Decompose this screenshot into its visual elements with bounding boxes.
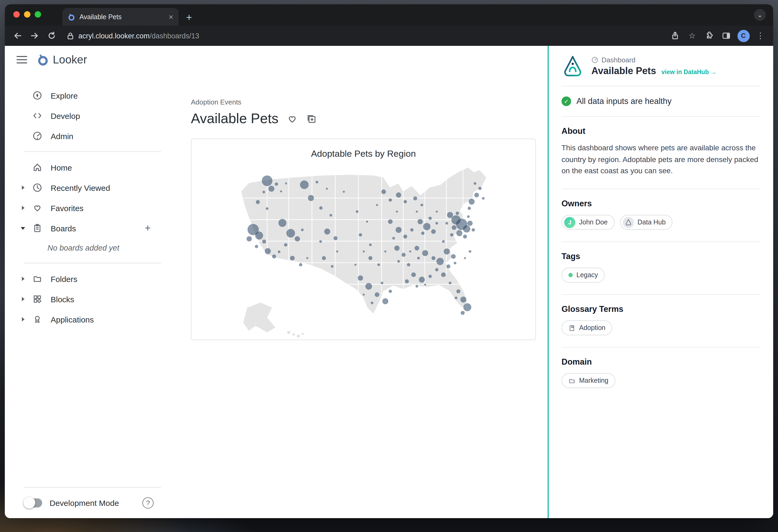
development-mode-toggle[interactable]: [24, 499, 42, 508]
map-bubble[interactable]: [329, 214, 332, 217]
owner-chip-data-hub[interactable]: Data Hub: [620, 215, 673, 230]
close-window-button[interactable]: [13, 11, 20, 18]
domain-chip-marketing[interactable]: Marketing: [561, 373, 615, 388]
map-bubble[interactable]: [396, 210, 398, 212]
side-panel-icon[interactable]: [719, 28, 734, 43]
map-bubble[interactable]: [456, 230, 462, 236]
map-bubble[interactable]: [429, 217, 432, 220]
map-bubble[interactable]: [449, 282, 451, 284]
url-bar[interactable]: acryl.cloud.looker.com/dashboards/13: [61, 28, 666, 43]
map-bubble[interactable]: [407, 263, 410, 266]
map-bubble[interactable]: [431, 229, 436, 234]
map-bubble[interactable]: [397, 260, 400, 263]
map-bubble[interactable]: [255, 245, 258, 248]
map-bubble[interactable]: [482, 197, 485, 200]
map-bubble[interactable]: [363, 251, 365, 252]
map-bubble[interactable]: [416, 210, 418, 212]
map-bubble[interactable]: [467, 221, 473, 226]
map-bubble[interactable]: [322, 256, 326, 260]
map-bubble[interactable]: [255, 232, 263, 240]
profile-avatar[interactable]: C: [736, 28, 751, 43]
map-bubble[interactable]: [446, 222, 448, 225]
map-bubble[interactable]: [436, 222, 438, 225]
map-bubble[interactable]: [417, 257, 420, 259]
sidebar-item-home[interactable]: Home: [5, 157, 165, 178]
caret-right-icon[interactable]: [20, 277, 26, 281]
sidebar-item-admin[interactable]: Admin: [5, 126, 165, 146]
map-bubble[interactable]: [473, 182, 476, 185]
map-bubble[interactable]: [416, 285, 418, 288]
browser-tab[interactable]: Available Pets ×: [62, 8, 179, 25]
map-bubble[interactable]: [419, 277, 425, 282]
map-bubble[interactable]: [420, 204, 423, 206]
map-bubble[interactable]: [478, 187, 481, 190]
map-bubble[interactable]: [331, 265, 333, 268]
caret-right-icon[interactable]: [20, 206, 26, 210]
map-bubble[interactable]: [299, 263, 302, 266]
map-bubble[interactable]: [396, 227, 401, 233]
map-bubble[interactable]: [290, 256, 295, 260]
view-in-datahub-link[interactable]: view in DataHub →: [662, 69, 717, 75]
map-bubble[interactable]: [424, 284, 426, 285]
map-bubble[interactable]: [384, 251, 386, 252]
looker-logo[interactable]: Looker: [37, 53, 87, 66]
map-bubble[interactable]: [468, 206, 471, 210]
zoom-window-button[interactable]: [35, 11, 41, 18]
browser-menu-kebab-icon[interactable]: ⋮: [753, 28, 768, 43]
map-bubble[interactable]: [319, 240, 322, 243]
map-bubble[interactable]: [301, 229, 304, 231]
minimize-window-button[interactable]: [24, 11, 30, 18]
map-bubble[interactable]: [422, 250, 428, 256]
tab-search-chevron-icon[interactable]: ⌄: [754, 9, 766, 21]
map-bubble[interactable]: [262, 175, 273, 186]
map-bubble[interactable]: [472, 228, 475, 231]
forward-icon[interactable]: [27, 28, 42, 43]
map-bubble[interactable]: [278, 251, 281, 253]
caret-right-icon[interactable]: [20, 297, 26, 301]
map-bubble[interactable]: [286, 229, 295, 238]
map-bubble[interactable]: [447, 212, 453, 218]
map-bubble[interactable]: [359, 233, 362, 237]
caret-down-icon[interactable]: [20, 227, 26, 230]
map-bubble[interactable]: [409, 251, 411, 252]
map-bubble[interactable]: [435, 268, 438, 271]
map-bubble[interactable]: [262, 240, 266, 244]
favorite-heart-icon[interactable]: [287, 113, 298, 124]
reload-icon[interactable]: [44, 28, 59, 43]
map-bubble[interactable]: [436, 210, 438, 212]
owner-chip-john-doe[interactable]: J John Doe: [561, 215, 615, 230]
map-bubble[interactable]: [365, 283, 372, 290]
map-bubble[interactable]: [396, 192, 401, 198]
map-bubble[interactable]: [371, 302, 373, 304]
map-bubble[interactable]: [441, 272, 446, 277]
map-bubble[interactable]: [377, 263, 380, 266]
map-bubble[interactable]: [404, 200, 407, 203]
map-bubble[interactable]: [454, 262, 456, 264]
bookmark-star-icon[interactable]: ☆: [685, 28, 700, 43]
map-bubble[interactable]: [266, 207, 268, 210]
map-bubble[interactable]: [366, 221, 368, 223]
usa-bubble-map[interactable]: [191, 159, 535, 340]
map-bubble[interactable]: [456, 289, 460, 293]
map-bubble[interactable]: [324, 229, 330, 235]
sidebar-item-boards[interactable]: Boards +: [5, 218, 165, 238]
map-bubble[interactable]: [421, 232, 424, 235]
map-bubble[interactable]: [463, 225, 470, 233]
map-bubble[interactable]: [456, 211, 459, 215]
map-bubble[interactable]: [381, 189, 386, 194]
map-bubble[interactable]: [369, 256, 373, 260]
map-bubble[interactable]: [333, 236, 337, 240]
extensions-puzzle-icon[interactable]: [702, 28, 717, 43]
map-bubble[interactable]: [410, 228, 413, 231]
map-bubble[interactable]: [413, 196, 417, 200]
map-bubble[interactable]: [262, 191, 265, 193]
map-bubble[interactable]: [444, 248, 450, 254]
map-bubble[interactable]: [308, 195, 314, 201]
map-bubble[interactable]: [464, 257, 466, 259]
map-bubble[interactable]: [358, 275, 363, 281]
map-bubble[interactable]: [474, 193, 479, 197]
sidebar-item-folders[interactable]: Folders: [5, 269, 165, 289]
map-bubble[interactable]: [432, 256, 436, 260]
map-bubble[interactable]: [463, 303, 471, 311]
map-bubble[interactable]: [392, 237, 395, 240]
